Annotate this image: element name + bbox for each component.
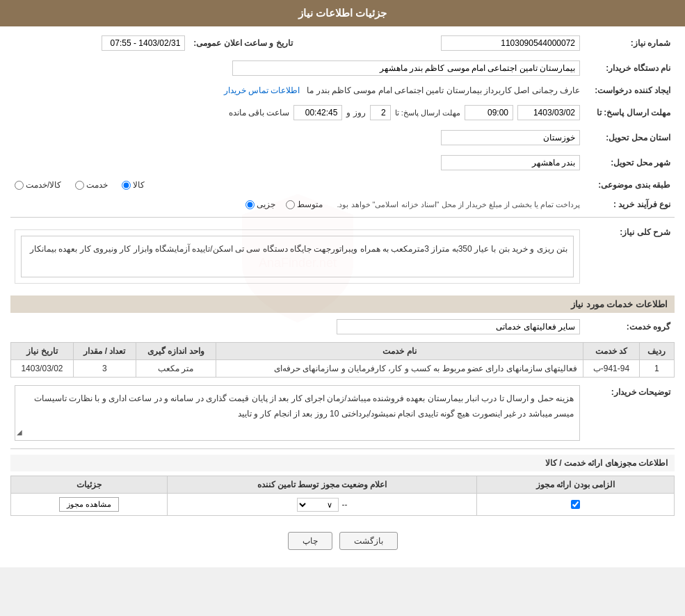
buyer-org-input[interactable] (232, 60, 580, 76)
lic-col-details: جزئیات (11, 476, 168, 494)
purchase-type-motavaset-label: متوسط (297, 200, 323, 209)
purchase-type-motavaset-option: متوسط (286, 200, 323, 209)
purchase-type-label: نوع فرآیند خرید : (584, 197, 675, 211)
licenses-section-header: اطلاعات مجوزهای ارائه خدمت / کالا (10, 455, 675, 471)
creator-table: ایجاد کننده درخواست: عارف رجمانی اصل کار… (10, 83, 675, 97)
back-button[interactable]: بازگشت (339, 532, 398, 550)
description-text: بتن ریزی و خرید بتن با عیار 350به متراز … (30, 244, 567, 254)
license-obligation-cell (477, 494, 675, 516)
response-days-label: روز و (346, 108, 365, 117)
category-khedmat-radio[interactable] (75, 181, 84, 190)
main-content: شماره نیاز: تاریخ و ساعت اعلان عمومی: نا… (0, 26, 685, 567)
category-kala-radio[interactable] (122, 181, 131, 190)
license-status-container: -- ∨ (173, 498, 471, 512)
col-row-num: ردیف (639, 343, 674, 360)
service-group-input[interactable] (337, 319, 580, 334)
province-value (10, 128, 584, 147)
buyer-org-value (10, 58, 584, 78)
buyer-org-table: نام دستگاه خریدار: (10, 58, 675, 78)
cell-name: فعالیتهای سازمانهای دارای عضو مربوط به ک… (216, 360, 583, 378)
resize-icon: ◢ (17, 426, 22, 439)
cell-unit: متر مکعب (136, 360, 216, 378)
buyer-notes-text: هزینه حمل و ارسال تا درب انبار بیمارستان… (34, 394, 574, 419)
license-status-cell: -- ∨ (168, 494, 477, 516)
announcement-date-input[interactable] (102, 35, 185, 51)
category-khedmat-label: خدمت (86, 180, 108, 190)
purchase-type-jozyi-radio[interactable] (245, 200, 255, 209)
lic-col-obligation: الزامی بودن ارائه مجوز (477, 476, 675, 494)
description-value: AnaFinder.net بتن ریزی و خرید بتن با عیا… (10, 223, 584, 290)
buyer-notes-box: هزینه حمل و ارسال تا درب انبار بیمارستان… (15, 385, 580, 441)
creator-value: عارف رجمانی اصل کاربرداز بیمارستان تامین… (10, 83, 584, 97)
need-number-label: شماره نیاز: (584, 33, 675, 53)
license-status-dropdown[interactable]: ∨ (297, 498, 339, 512)
col-qty: تعداد / مقدار (73, 343, 136, 360)
category-table: طبقه بندی موضوعی: کالا/خدمت خدمت کالا (10, 178, 675, 192)
province-input[interactable] (441, 130, 580, 145)
category-khedmat-option: خدمت (75, 180, 108, 190)
category-kala-khedmat-radio[interactable] (15, 181, 24, 190)
province-table: استان محل تحویل: (10, 128, 675, 147)
service-group-value (10, 317, 584, 337)
col-name: نام خدمت (216, 343, 583, 360)
cell-qty: 3 (73, 360, 136, 378)
page-title: جزئیات اطلاعات نیاز (298, 7, 387, 19)
city-label: شهر محل تحویل: (584, 153, 675, 172)
creator-text: عارف رجمانی اصل کاربرداز بیمارستان تامین… (307, 86, 580, 95)
page-header: جزئیات اطلاعات نیاز (0, 0, 685, 26)
page-wrapper: جزئیات اطلاعات نیاز شماره نیاز: تاریخ و … (0, 0, 685, 567)
category-kala-label: کالا (133, 180, 145, 190)
category-kala-khedmat-label: کالا/خدمت (26, 180, 61, 190)
city-table: شهر محل تحویل: (10, 153, 675, 172)
top-info-table: شماره نیاز: تاریخ و ساعت اعلان عمومی: (10, 33, 675, 53)
buyer-notes-table: توضیحات خریدار: هزینه حمل و ارسال تا درب… (10, 383, 675, 443)
creator-label: ایجاد کننده درخواست: (584, 83, 675, 97)
license-row: -- ∨ مشاهده مجوز (11, 494, 675, 516)
license-obligation-checkbox[interactable] (571, 500, 580, 509)
purchase-type-motavaset-radio[interactable] (286, 200, 295, 209)
purchase-type-table: نوع فرآیند خرید : پرداخت تمام یا بخشی از… (10, 197, 675, 211)
cell-date: 1403/03/02 (11, 360, 74, 378)
lic-col-status: اعلام وضعیت مجوز توسط تامین کننده (168, 476, 477, 494)
need-number-input[interactable] (441, 35, 580, 51)
services-section-label: اطلاعات خدمات مورد نیاز (571, 299, 668, 309)
description-section: AnaFinder.net بتن ریزی و خرید بتن با عیا… (15, 229, 580, 284)
view-license-button[interactable]: مشاهده مجوز (59, 497, 119, 512)
col-date: تاریخ نیاز (11, 343, 74, 360)
response-date-input[interactable] (517, 105, 580, 120)
buyer-org-label: نام دستگاه خریدار: (584, 58, 675, 78)
purchase-type-note: پرداخت تمام یا بخشی از مبلغ خریدار از مح… (337, 200, 580, 209)
licenses-table: الزامی بودن ارائه مجوز اعلام وضعیت مجوز … (10, 476, 675, 516)
category-radios: کالا/خدمت خدمت کالا (10, 178, 584, 192)
response-remaining-label: ساعت باقی مانده (229, 108, 290, 117)
licenses-section-label: اطلاعات مجوزهای ارائه خدمت / کالا (545, 458, 668, 468)
city-input[interactable] (441, 155, 580, 170)
response-remaining-input[interactable] (293, 105, 342, 120)
buyer-notes-value: هزینه حمل و ارسال تا درب انبار بیمارستان… (10, 383, 584, 443)
creator-contact-link[interactable]: اطلاعات تماس خریدار (224, 86, 300, 95)
service-group-label: گروه خدمت: (584, 317, 675, 337)
license-status-text: -- (342, 500, 348, 510)
need-number-value (297, 33, 584, 53)
services-section-header: اطلاعات خدمات مورد نیاز (10, 295, 675, 313)
col-code: کد خدمت (583, 343, 639, 360)
cell-row: 1 (639, 360, 674, 378)
announcement-date-value (10, 33, 189, 53)
license-checkbox-container (483, 500, 668, 509)
description-box: بتن ریزی و خرید بتن با عیار 350به متراز … (21, 236, 574, 277)
divider-2 (10, 448, 675, 449)
service-group-table: گروه خدمت: (10, 317, 675, 337)
province-label: استان محل تحویل: (584, 128, 675, 147)
description-label: شرح کلی نیاز: (584, 223, 675, 290)
table-row: 1 941-94-ب فعالیتهای سازمانهای دارای عضو… (11, 360, 675, 378)
print-button[interactable]: چاپ (288, 532, 332, 550)
footer-buttons: بازگشت چاپ (10, 521, 675, 560)
purchase-type-jozyi-label: جزیی (257, 200, 275, 209)
buyer-notes-label: توضیحات خریدار: (584, 383, 675, 443)
response-days-input[interactable] (370, 105, 391, 120)
response-time-input[interactable] (465, 105, 513, 120)
col-unit: واحد اندازه گیری (136, 343, 216, 360)
deadline-label: مهلت ارسال پاسخ: تا (584, 103, 675, 122)
services-table: ردیف کد خدمت نام خدمت واحد اندازه گیری ت… (10, 342, 675, 378)
response-time-label: مهلت ارسال پاسخ: تا (395, 108, 460, 117)
